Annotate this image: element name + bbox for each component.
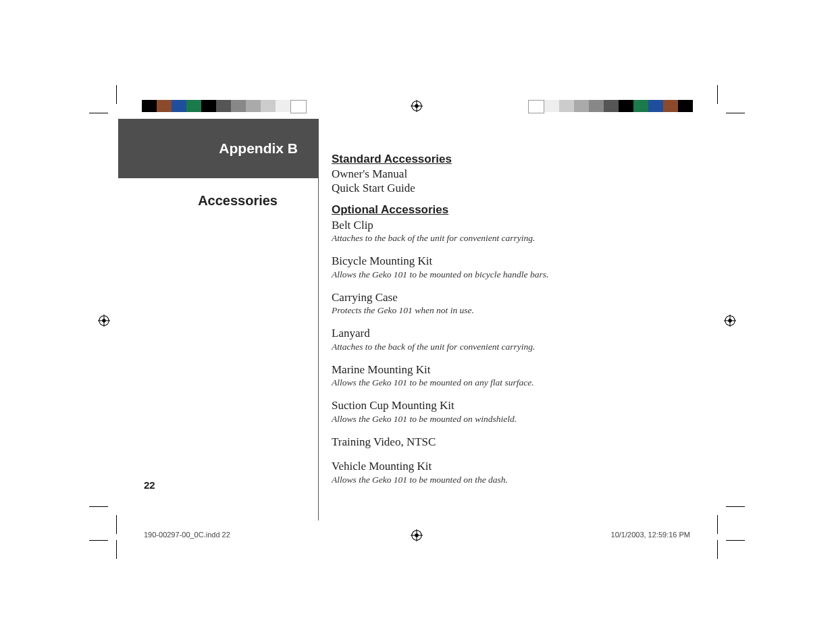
color-swatch	[261, 100, 276, 112]
crop-mark	[89, 540, 108, 541]
svg-point-7	[102, 319, 105, 322]
optional-item: Bicycle Mounting Kit	[332, 254, 696, 268]
color-swatch	[589, 100, 604, 112]
color-swatch	[276, 100, 290, 112]
color-swatch	[648, 100, 663, 112]
color-swatch	[142, 100, 157, 112]
crop-mark	[726, 506, 745, 507]
color-swatch	[186, 100, 201, 112]
optional-item-desc: Attaches to the back of the unit for con…	[332, 342, 696, 352]
crop-mark	[89, 506, 108, 507]
crop-mark	[717, 515, 718, 534]
color-swatch	[231, 100, 246, 112]
optional-item: Suction Cup Mounting Kit	[332, 399, 696, 412]
color-swatch	[246, 100, 261, 112]
optional-item-desc: Allows the Geko 101 to be mounted on the…	[332, 475, 696, 485]
color-swatch	[157, 100, 172, 112]
crop-mark	[116, 85, 117, 104]
optional-item-desc: Protects the Geko 101 when not in use.	[332, 305, 696, 316]
standard-heading: Standard Accessories	[332, 153, 696, 166]
color-swatch	[172, 100, 186, 112]
color-swatch	[201, 100, 216, 112]
appendix-header: Appendix B	[118, 119, 318, 178]
color-swatch-strip	[528, 100, 693, 112]
color-swatch	[559, 100, 574, 112]
optional-heading: Optional Accessories	[332, 203, 696, 217]
color-swatch	[290, 100, 307, 113]
section-title: Accessories	[118, 193, 318, 209]
page-number: 22	[144, 479, 155, 491]
registration-mark-icon	[411, 100, 423, 112]
slug-file: 190-00297-00_0C.indd 22	[144, 531, 230, 539]
color-swatch	[604, 100, 619, 112]
crop-mark	[89, 113, 108, 113]
svg-point-3	[415, 104, 418, 107]
color-swatch	[663, 100, 678, 112]
color-swatch-strip	[142, 100, 307, 112]
crop-mark	[726, 113, 745, 113]
slug-timestamp: 10/1/2003, 12:59:16 PM	[611, 531, 690, 539]
optional-item: Carrying Case	[332, 291, 696, 304]
color-swatch	[633, 100, 648, 112]
color-swatch	[619, 100, 633, 112]
page-content: Appendix B Accessories Standard Accessor…	[118, 119, 699, 524]
color-swatch	[544, 100, 559, 112]
optional-item-desc: Allows the Geko 101 to be mounted on win…	[332, 414, 696, 425]
standard-item: Quick Start Guide	[332, 182, 696, 195]
registration-mark-icon	[724, 315, 736, 327]
optional-item: Vehicle Mounting Kit	[332, 460, 696, 473]
optional-item: Lanyard	[332, 327, 696, 340]
color-swatch	[528, 100, 544, 113]
optional-item: Belt Clip	[332, 219, 696, 232]
registration-mark-icon	[411, 529, 423, 541]
registration-mark-icon	[98, 315, 110, 327]
color-swatch	[574, 100, 589, 112]
color-swatch	[216, 100, 231, 112]
right-column: Standard Accessories Owner's Manual Quic…	[332, 119, 696, 524]
column-divider	[318, 119, 319, 520]
optional-item: Training Video, NTSC	[332, 435, 696, 449]
optional-item-desc: Allows the Geko 101 to be mounted on bic…	[332, 269, 696, 280]
svg-point-15	[415, 533, 418, 537]
crop-mark	[717, 85, 718, 104]
svg-point-11	[728, 319, 731, 322]
appendix-label: Appendix B	[219, 140, 298, 157]
crop-mark	[726, 540, 745, 541]
crop-mark	[717, 540, 718, 559]
optional-item-desc: Attaches to the back of the unit for con…	[332, 233, 696, 244]
optional-item-desc: Allows the Geko 101 to be mounted on any…	[332, 377, 696, 388]
standard-item: Owner's Manual	[332, 167, 696, 181]
left-column: Appendix B Accessories	[118, 119, 318, 524]
color-swatch	[678, 100, 693, 112]
crop-mark	[116, 540, 117, 559]
crop-mark	[116, 515, 117, 534]
optional-item: Marine Mounting Kit	[332, 363, 696, 377]
